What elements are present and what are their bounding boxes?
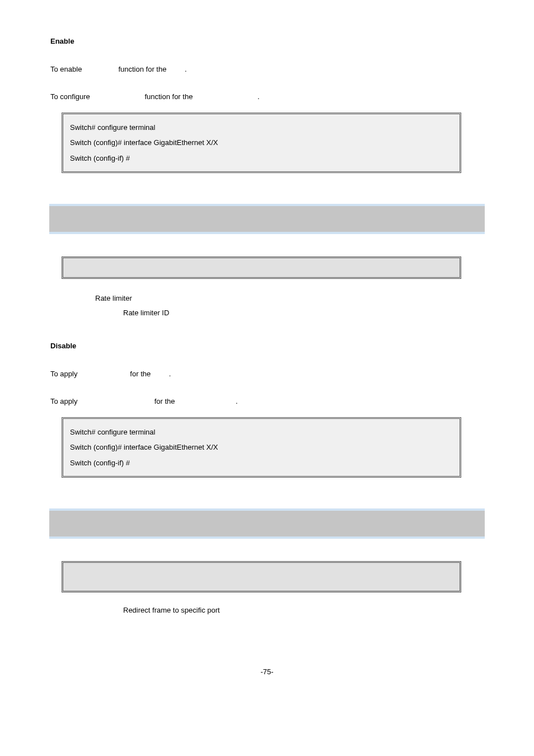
page-number: -75- — [50, 666, 484, 678]
code-block-2: Switch# configure terminal Switch (confi… — [62, 417, 461, 478]
rate-limiter-label: Rate limiter — [95, 293, 484, 304]
spacer — [79, 370, 128, 378]
spacer — [84, 65, 116, 73]
code-line: Switch (config)# interface GigabitEthern… — [70, 440, 453, 455]
code-block-1: Switch# configure terminal Switch (confi… — [62, 113, 461, 174]
text: for the — [130, 370, 151, 378]
spacer — [168, 65, 182, 73]
text: To apply — [50, 370, 77, 378]
code-line: Switch (config)# interface GigabitEthern… — [70, 135, 453, 151]
text: . — [257, 92, 260, 101]
text: function for the — [144, 92, 193, 101]
spacer — [79, 397, 152, 405]
text: for the — [154, 397, 175, 405]
redirect-text: Redirect frame to specific port — [123, 605, 484, 616]
text: . — [236, 397, 238, 405]
para-enable: To enable function for the . — [50, 64, 484, 75]
text: function for the — [118, 65, 166, 73]
section-divider — [49, 204, 485, 234]
spacer — [153, 370, 167, 378]
default-label: Enable — [50, 36, 484, 47]
para-configure: To configure function for the . — [50, 91, 484, 102]
spacer — [177, 397, 233, 405]
para-apply-2: To apply for the . — [50, 396, 484, 407]
rate-limiter-id: Rate limiter ID — [123, 307, 484, 319]
text: To enable — [50, 65, 82, 73]
code-line: Switch (config-if) # — [70, 151, 453, 166]
syntax-box-2 — [62, 561, 461, 592]
text: To apply — [50, 397, 77, 405]
text: . — [185, 65, 187, 73]
spacer — [92, 92, 142, 101]
text: . — [169, 370, 171, 378]
disable-label: Disable — [50, 340, 484, 352]
text: To configure — [50, 92, 90, 101]
code-line: Switch# configure terminal — [70, 120, 453, 136]
code-line: Switch (config-if) # — [70, 455, 453, 471]
para-apply-1: To apply for the . — [50, 368, 484, 380]
spacer — [195, 92, 255, 101]
code-line: Switch# configure terminal — [70, 424, 453, 440]
section-divider — [49, 508, 485, 539]
syntax-box-1 — [62, 256, 461, 279]
